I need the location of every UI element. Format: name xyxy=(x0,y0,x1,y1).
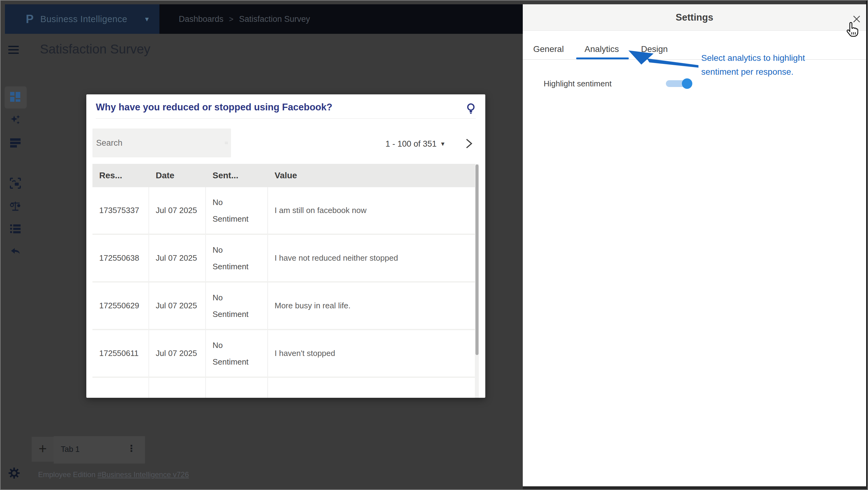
scrollbar-thumb[interactable] xyxy=(475,165,478,355)
cell-value: I have not reduced neither stopped xyxy=(268,235,475,281)
list-icon[interactable] xyxy=(10,223,21,234)
settings-header: Settings xyxy=(523,4,866,31)
cell-respondent: 172550611 xyxy=(92,330,149,377)
breadcrumb-bar: Dashboards > Satisfaction Survey xyxy=(159,4,523,34)
table-scrollbar[interactable] xyxy=(475,164,479,398)
tab-1-label: Tab 1 xyxy=(61,445,80,454)
table-row-partial xyxy=(92,378,475,398)
pagination-range: 1 - 100 of 351 xyxy=(385,139,438,149)
close-icon[interactable] xyxy=(852,15,861,24)
cell-date: Jul 07 2025 xyxy=(149,235,206,281)
cell-sentiment: NoSentiment xyxy=(206,330,268,377)
annotation-arrow-icon xyxy=(627,46,703,73)
annotation-text: Select analytics to highlight sentiment … xyxy=(701,51,805,79)
cell-respondent: 172550638 xyxy=(92,235,149,281)
version-link[interactable]: #Business Intelligence v726 xyxy=(97,470,189,479)
product-name: Business Intelligence xyxy=(40,14,127,24)
widget-title: Why have you reduced or stopped using Fa… xyxy=(96,102,458,113)
cell-value: More busy in real life. xyxy=(268,283,475,329)
cell-sentiment: NoSentiment xyxy=(206,283,268,329)
table-row[interactable]: 172550611 Jul 07 2025 NoSentiment I have… xyxy=(92,330,475,378)
card-divider xyxy=(96,118,476,119)
tab-general[interactable]: General xyxy=(533,44,564,54)
col-respondent[interactable]: Res... xyxy=(92,164,149,187)
tab-1[interactable]: Tab 1 ⋮ xyxy=(54,436,145,464)
col-value[interactable]: Value xyxy=(268,164,475,187)
table-header-row: Res... Date Sent... Value xyxy=(92,164,475,187)
edition-footer: Employee Edition #Business Intelligence … xyxy=(38,470,189,479)
lightbulb-icon[interactable] xyxy=(466,103,476,115)
chevron-down-icon[interactable]: ▾ xyxy=(145,15,149,23)
cell-date: Jul 07 2025 xyxy=(149,187,206,234)
cell-respondent: 172550629 xyxy=(92,283,149,329)
widget-card: Why have you reduced or stopped using Fa… xyxy=(86,94,485,398)
undo-icon[interactable] xyxy=(10,247,21,258)
edition-text: Employee Edition xyxy=(38,470,97,479)
settings-title: Settings xyxy=(523,4,866,31)
col-date[interactable]: Date xyxy=(149,164,206,187)
responses-table: Res... Date Sent... Value 173575337 Jul … xyxy=(92,164,475,398)
cell-respondent: 173575337 xyxy=(92,187,149,234)
menu-icon[interactable] xyxy=(8,46,19,54)
resize-grip-icon xyxy=(225,142,228,144)
window-edge xyxy=(523,486,868,490)
window-edge xyxy=(866,1,868,490)
scale-icon[interactable] xyxy=(10,200,21,211)
table-row[interactable]: 172550629 Jul 07 2025 NoSentiment More b… xyxy=(92,283,475,330)
cell-sentiment: NoSentiment xyxy=(206,187,268,234)
settings-panel: Settings General Analytics Design Select… xyxy=(523,4,866,486)
cell-value: I am still on facebook now xyxy=(268,187,475,234)
cell-value: I haven't stopped xyxy=(268,330,475,377)
product-logo-icon: P xyxy=(26,4,33,34)
dashboard-icon[interactable] xyxy=(10,91,21,103)
col-sentiment[interactable]: Sent... xyxy=(206,164,268,187)
cell-date: Jul 07 2025 xyxy=(149,330,206,377)
tab-analytics[interactable]: Analytics xyxy=(585,44,619,54)
page-title: Satisfaction Survey xyxy=(40,42,151,57)
product-switcher[interactable]: P Business Intelligence ▾ xyxy=(5,4,159,34)
pagination-caret-icon[interactable]: ▾ xyxy=(441,139,444,148)
kebab-menu-icon[interactable]: ⋮ xyxy=(127,443,136,454)
app-root: P Business Intelligence ▾ Dashboards > S… xyxy=(0,0,868,490)
breadcrumb-separator-icon: > xyxy=(229,15,234,24)
toggle-knob[interactable] xyxy=(682,78,692,89)
add-tab-button[interactable]: + xyxy=(32,437,54,462)
cell-date: Jul 07 2025 xyxy=(149,283,206,329)
search-placeholder: Search xyxy=(96,128,123,157)
highlight-sentiment-toggle[interactable] xyxy=(666,80,692,87)
search-input[interactable]: Search xyxy=(92,128,231,157)
highlight-sentiment-label: Highlight sentiment xyxy=(544,78,612,89)
scan-icon[interactable] xyxy=(10,178,21,189)
table-row[interactable]: 172550638 Jul 07 2025 NoSentiment I have… xyxy=(92,235,475,283)
breadcrumb-current: Satisfaction Survey xyxy=(239,15,310,24)
sparkles-icon[interactable] xyxy=(10,114,21,125)
next-page-icon[interactable] xyxy=(464,137,473,150)
breadcrumb-dashboards[interactable]: Dashboards xyxy=(179,15,224,24)
table-row[interactable]: 173575337 Jul 07 2025 NoSentiment I am s… xyxy=(92,187,475,235)
gear-icon[interactable] xyxy=(9,467,20,479)
rows-icon[interactable] xyxy=(10,137,21,148)
cell-sentiment: NoSentiment xyxy=(206,235,268,281)
